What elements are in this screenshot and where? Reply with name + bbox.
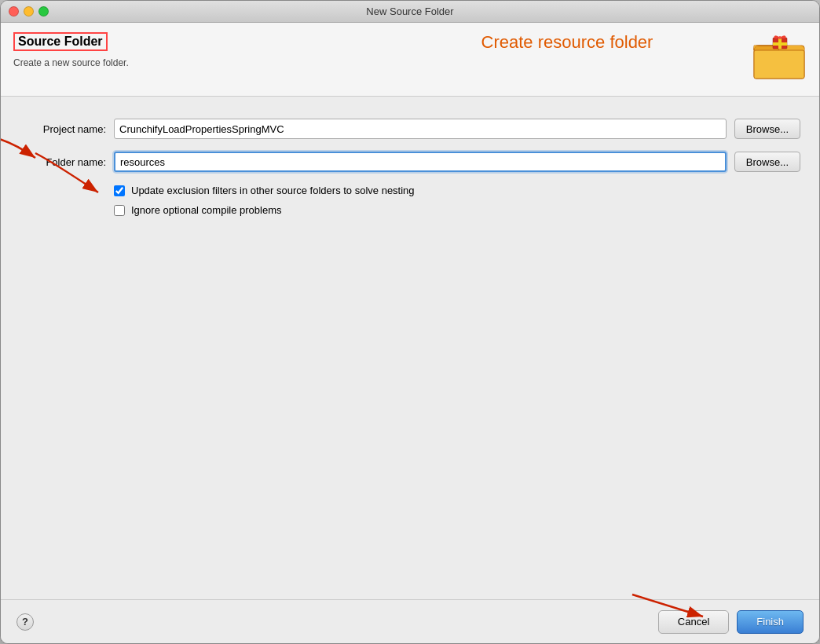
bottom-bar: ? Cancel Finish [1, 599, 819, 643]
browse-folder-button[interactable]: Browse... [734, 152, 800, 172]
main-content: Project name: Browse... Folder name: Bro… [1, 97, 819, 599]
bottom-buttons: Cancel Finish [658, 610, 804, 634]
window-title: New Source Folder [366, 5, 453, 17]
update-exclusion-label: Update exclusion filters in other source… [131, 185, 415, 196]
project-name-row: Project name: Browse... [20, 119, 800, 139]
header-section: Source Folder Create a new source folder… [1, 23, 819, 97]
finish-arrow-annotation [624, 587, 719, 626]
header-icon [752, 32, 807, 83]
header-subtitle: Create a new source folder. [13, 57, 383, 68]
browse-project-button[interactable]: Browse... [734, 119, 800, 139]
source-folder-label: Source Folder [13, 32, 108, 51]
folder-name-input[interactable] [114, 152, 727, 172]
create-resource-title: Create resource folder [383, 32, 752, 53]
header-left: Source Folder Create a new source folder… [13, 32, 383, 68]
maximize-button[interactable] [38, 6, 49, 16]
folder-name-label: Folder name: [20, 156, 114, 168]
minimize-button[interactable] [24, 6, 34, 16]
update-exclusion-row: Update exclusion filters in other source… [114, 185, 800, 196]
folder-icon [752, 35, 806, 82]
ignore-optional-checkbox[interactable] [114, 205, 125, 216]
close-button[interactable] [9, 6, 19, 16]
dialog-window: New Source Folder Source Folder Create a… [0, 0, 820, 644]
help-button[interactable]: ? [16, 613, 34, 631]
update-exclusion-checkbox[interactable] [114, 185, 125, 196]
folder-name-row-wrapper: Folder name: Browse... [20, 152, 800, 172]
svg-rect-4 [773, 42, 787, 46]
folder-name-row: Folder name: Browse... [20, 152, 800, 172]
checkboxes-section: Update exclusion filters in other source… [20, 185, 800, 216]
project-name-input[interactable] [114, 119, 727, 139]
finish-button[interactable]: Finish [737, 610, 804, 634]
project-name-label: Project name: [20, 123, 114, 135]
svg-point-5 [778, 36, 782, 39]
traffic-lights [9, 6, 49, 16]
header-center: Create resource folder [383, 32, 752, 53]
ignore-optional-row: Ignore optional compile problems [114, 204, 800, 216]
svg-rect-1 [754, 50, 804, 79]
ignore-optional-label: Ignore optional compile problems [131, 204, 282, 216]
title-bar: New Source Folder [1, 1, 819, 23]
